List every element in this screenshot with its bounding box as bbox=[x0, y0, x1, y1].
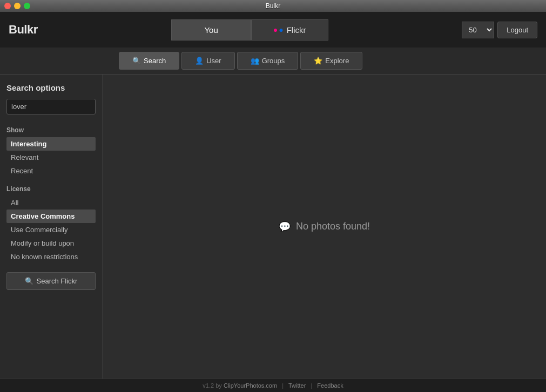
no-photos-message: 💬 No photos found! bbox=[279, 221, 370, 233]
tab-search[interactable]: 🔍 Search bbox=[119, 52, 179, 70]
search-flickr-icon: 🔍 bbox=[25, 277, 33, 285]
you-nav-button[interactable]: You bbox=[171, 19, 251, 40]
search-flickr-button[interactable]: 🔍 Search Flickr bbox=[6, 272, 96, 290]
app-logo: Bulkr bbox=[9, 23, 38, 37]
titlebar: Bulkr bbox=[0, 0, 546, 12]
show-option-relevant[interactable]: Relevant bbox=[6, 151, 96, 164]
flickr-dots-icon: ●● bbox=[273, 25, 284, 34]
tab-explore-label: Explore bbox=[325, 57, 349, 65]
no-photos-text: No photos found! bbox=[296, 221, 370, 232]
footer-site-link[interactable]: ClipYourPhotos.com bbox=[224, 382, 277, 389]
show-option-interesting[interactable]: Interesting bbox=[6, 137, 96, 151]
search-flickr-label: Search Flickr bbox=[37, 277, 78, 285]
flickr-dot-pink: ● bbox=[273, 25, 278, 34]
groups-icon: 👥 bbox=[251, 57, 259, 65]
minimize-button[interactable] bbox=[14, 3, 21, 9]
app-container: Bulkr You ●● Flickr 50 25 100 Logout 🔍 S… bbox=[0, 12, 546, 392]
footer-twitter-link[interactable]: Twitter bbox=[288, 382, 306, 389]
user-icon: 👤 bbox=[195, 57, 204, 65]
tab-search-label: Search bbox=[144, 57, 166, 65]
tab-user-label: User bbox=[206, 57, 221, 65]
tab-nav: 🔍 Search 👤 User 👥 Groups ⭐ Explore bbox=[0, 48, 546, 75]
count-select[interactable]: 50 25 100 bbox=[462, 22, 494, 38]
titlebar-buttons bbox=[4, 3, 30, 9]
sidebar-title: Search options bbox=[6, 83, 96, 92]
logout-button[interactable]: Logout bbox=[497, 22, 537, 38]
flickr-label: Flickr bbox=[287, 25, 306, 35]
sidebar: Search options Show Interesting Relevant… bbox=[0, 75, 103, 379]
search-input[interactable] bbox=[6, 99, 96, 114]
tab-groups-label: Groups bbox=[262, 57, 285, 65]
license-options-list: All Creative Commons Use Commercially Mo… bbox=[6, 196, 96, 263]
footer: v1.2 by ClipYourPhotos.com | Twitter | F… bbox=[0, 379, 546, 392]
license-option-modify-build[interactable]: Modify or build upon bbox=[6, 236, 96, 250]
search-icon: 🔍 bbox=[132, 57, 141, 65]
license-option-creative-commons[interactable]: Creative Commons bbox=[6, 209, 96, 223]
flickr-dot-blue: ● bbox=[279, 25, 283, 34]
license-option-all[interactable]: All bbox=[6, 196, 96, 209]
footer-version: v1.2 bbox=[203, 382, 214, 389]
no-photos-container: 💬 No photos found! bbox=[279, 221, 370, 233]
show-options-list: Interesting Relevant Recent bbox=[6, 137, 96, 178]
license-option-use-commercially[interactable]: Use Commercially bbox=[6, 223, 96, 236]
titlebar-title: Bulkr bbox=[266, 2, 280, 10]
license-option-no-restrictions[interactable]: No known restrictions bbox=[6, 250, 96, 263]
content-area: Search options Show Interesting Relevant… bbox=[0, 75, 546, 379]
top-nav: Bulkr You ●● Flickr 50 25 100 Logout bbox=[0, 12, 546, 48]
close-button[interactable] bbox=[4, 3, 11, 9]
tab-explore[interactable]: ⭐ Explore bbox=[300, 52, 362, 70]
footer-feedback-link[interactable]: Feedback bbox=[317, 382, 343, 389]
footer-sep1: | bbox=[282, 382, 284, 389]
show-option-recent[interactable]: Recent bbox=[6, 164, 96, 178]
license-label: License bbox=[6, 185, 96, 193]
show-label: Show bbox=[6, 126, 96, 134]
footer-sep2: | bbox=[311, 382, 312, 389]
maximize-button[interactable] bbox=[24, 3, 30, 9]
footer-by: by bbox=[215, 382, 222, 389]
tab-groups[interactable]: 👥 Groups bbox=[237, 52, 299, 70]
nav-right: 50 25 100 Logout bbox=[462, 22, 537, 38]
no-photos-icon: 💬 bbox=[279, 221, 291, 233]
tab-user[interactable]: 👤 User bbox=[181, 52, 234, 70]
nav-center: You ●● Flickr bbox=[171, 19, 328, 40]
main-area: 💬 No photos found! bbox=[103, 75, 546, 379]
explore-icon: ⭐ bbox=[314, 57, 322, 65]
flickr-nav-button[interactable]: ●● Flickr bbox=[251, 19, 328, 40]
